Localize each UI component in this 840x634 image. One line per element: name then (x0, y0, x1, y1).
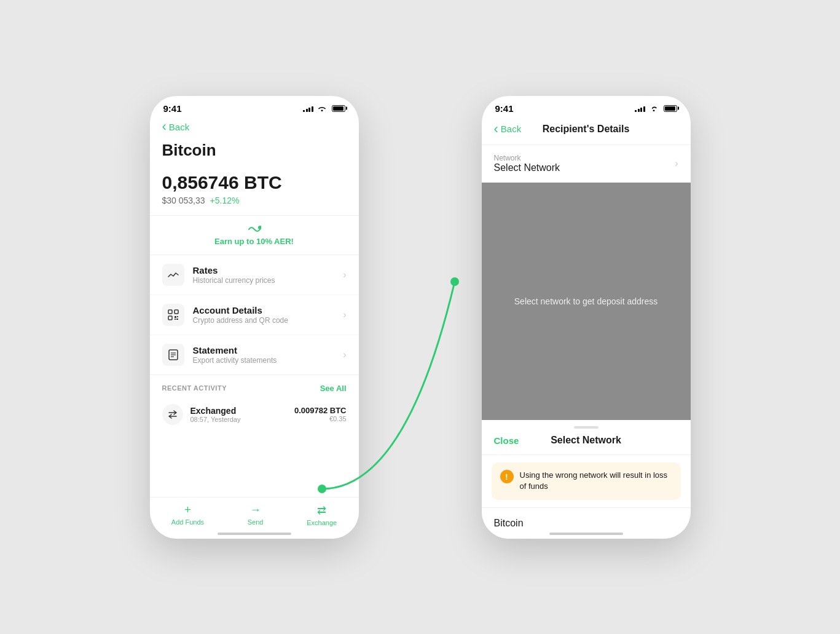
menu-item-account-details[interactable]: Account Details Crypto address and QR co… (150, 295, 359, 335)
account-details-icon (162, 304, 184, 326)
see-all-button[interactable]: See All (320, 384, 347, 393)
rates-text: Rates Historical currency prices (193, 265, 343, 285)
add-funds-button[interactable]: + Add Funds (171, 504, 204, 526)
statement-icon (162, 344, 184, 366)
statement-text: Statement Export activity statements (193, 345, 343, 365)
warning-banner: ! Using the wrong network will result in… (492, 462, 681, 499)
svg-point-0 (258, 226, 261, 229)
balance-amount: 0,856746 BTC (150, 167, 359, 196)
scene: 9:41 (0, 0, 840, 634)
account-details-subtitle: Crypto address and QR code (193, 316, 343, 325)
svg-rect-5 (177, 316, 178, 317)
back-button-1[interactable]: Back (150, 116, 359, 138)
status-icons-2 (635, 105, 677, 113)
svg-rect-4 (175, 316, 176, 318)
phone-1: 9:41 (150, 96, 359, 539)
page-title-1: Bitcoin (150, 138, 359, 167)
status-bar-2: 9:41 (482, 96, 691, 116)
home-indicator-1 (218, 533, 291, 535)
network-selector[interactable]: Network Select Network › (482, 145, 691, 183)
back-button-2[interactable]: Back (494, 121, 540, 137)
warning-text: Using the wrong network will result in l… (520, 470, 672, 492)
exchange-button[interactable]: ⇄ Exchange (307, 504, 337, 526)
earn-text: Earn up to 10% AER! (214, 237, 294, 246)
account-details-text: Account Details Crypto address and QR co… (193, 305, 343, 325)
svg-point-13 (450, 277, 459, 286)
svg-rect-2 (175, 310, 178, 314)
rates-subtitle: Historical currency prices (193, 276, 343, 285)
wifi-icon (318, 105, 326, 113)
account-details-title: Account Details (193, 305, 343, 315)
sheet-header: Close Select Network (482, 429, 691, 455)
battery-icon (332, 105, 345, 112)
activity-text-0: Exchanged 08:57, Yesterday (190, 406, 294, 423)
exchange-icon: ⇄ (317, 504, 326, 517)
signal-icon-2 (635, 105, 645, 112)
sheet-title: Select Network (540, 435, 632, 446)
phone-2: 9:41 Ba (482, 96, 691, 539)
menu-list: Rates Historical currency prices › (150, 255, 359, 375)
time-1: 9:41 (163, 103, 182, 114)
time-2: 9:41 (495, 103, 514, 114)
battery-icon-2 (664, 105, 677, 112)
send-label: Send (248, 518, 264, 526)
rates-title: Rates (193, 265, 343, 275)
warning-icon: ! (500, 470, 514, 483)
recent-activity-header: RECENT ACTIVITY See All (150, 375, 359, 398)
add-funds-icon: + (184, 504, 191, 517)
menu-item-statement[interactable]: Statement Export activity statements › (150, 335, 359, 374)
connector-svg (0, 0, 840, 634)
wifi-icon-2 (650, 105, 658, 113)
menu-item-rates[interactable]: Rates Historical currency prices › (150, 255, 359, 295)
rates-icon (162, 264, 184, 286)
svg-rect-3 (168, 316, 172, 320)
gray-area: Select network to get deposit address (482, 183, 691, 421)
exchange-label: Exchange (307, 519, 337, 526)
home-indicator-2 (549, 533, 623, 535)
earn-icon (248, 224, 261, 234)
statement-title: Statement (193, 345, 343, 355)
page-title-2: Recipient's Details (540, 124, 632, 135)
svg-rect-7 (176, 319, 178, 320)
exchanged-icon (162, 404, 183, 425)
activity-title-0: Exchanged (190, 406, 294, 416)
activity-time-0: 08:57, Yesterday (190, 416, 294, 423)
network-value: Select Network (494, 162, 675, 173)
signal-icon (303, 105, 313, 112)
balance-fiat: $30 053,33 +5.12% (150, 196, 359, 215)
status-icons-1 (303, 105, 345, 113)
recent-label: RECENT ACTIVITY (162, 384, 227, 392)
phone2-header: Back Recipient's Details (482, 116, 691, 145)
svg-rect-1 (168, 310, 172, 314)
rates-chevron: › (343, 269, 346, 280)
statement-chevron: › (343, 349, 346, 360)
activity-item-0[interactable]: Exchanged 08:57, Yesterday 0.009782 BTC … (150, 398, 359, 431)
activity-btc-0: 0.009782 BTC (294, 406, 347, 415)
sheet-close-button[interactable]: Close (494, 435, 540, 446)
statement-subtitle: Export activity statements (193, 356, 343, 365)
svg-rect-6 (175, 319, 176, 320)
bottom-sheet: Close Select Network ! Using the wrong n… (482, 420, 691, 538)
network-chevron: › (675, 158, 678, 169)
gray-hint: Select network to get deposit address (514, 296, 657, 306)
balance-change: +5.12% (210, 196, 240, 205)
account-details-chevron: › (343, 309, 346, 320)
earn-section[interactable]: Earn up to 10% AER! (150, 216, 359, 255)
send-button[interactable]: → Send (248, 504, 264, 526)
activity-amount-0: 0.009782 BTC €0.35 (294, 406, 347, 422)
network-label: Network (494, 154, 675, 162)
fiat-value: $30 053,33 (162, 196, 205, 205)
activity-eur-0: €0.35 (294, 415, 347, 422)
send-icon: → (250, 504, 261, 517)
status-bar-1: 9:41 (150, 96, 359, 116)
add-funds-label: Add Funds (171, 518, 204, 526)
network-text: Network Select Network (494, 154, 675, 173)
